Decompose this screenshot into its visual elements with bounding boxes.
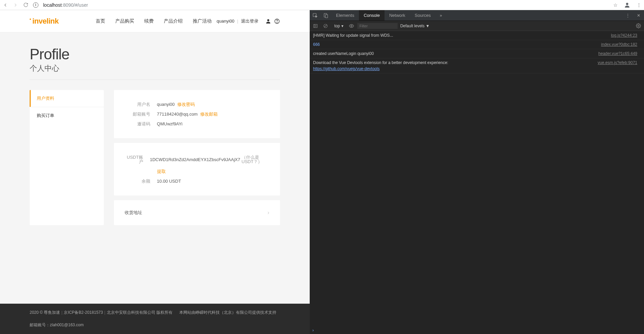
what-is-usdt-link[interactable]: （什么是USDT？） (242, 155, 269, 164)
email-value: 771184240@qq.com (157, 112, 198, 116)
logo[interactable]: invelink (30, 17, 59, 26)
forward-button[interactable] (13, 2, 18, 8)
shipping-address-row[interactable]: 收货地址 › (114, 200, 280, 225)
devtools-menu-icon[interactable]: ⋮ (622, 13, 633, 18)
console-line: created userNameLogin quanyi00header.vue… (310, 49, 644, 58)
usdt-label: USDT账户 (125, 155, 143, 164)
nav-buy[interactable]: 产品购买 (115, 18, 134, 24)
console-link[interactable]: https://github.com/vuejs/vue-devtools (313, 66, 379, 71)
more-tabs-icon[interactable]: » (435, 10, 446, 21)
header-username[interactable]: quanyi00 (217, 19, 235, 24)
log-levels-selector[interactable]: Default levels ▼ (400, 24, 430, 28)
console-line: Download the Vue Devtools extension for … (310, 58, 644, 73)
reload-button[interactable] (23, 2, 28, 8)
withdraw-link[interactable]: 提取 (157, 169, 166, 174)
context-selector[interactable]: top ▾ (332, 23, 346, 29)
logout-link[interactable]: 退出登录 (241, 18, 258, 24)
profile-sidebar: 用户资料 购买订单 (30, 90, 104, 225)
tab-elements[interactable]: Elements (331, 10, 359, 21)
page-title-en: Profile (30, 46, 280, 63)
inspect-element-icon[interactable] (310, 10, 320, 21)
balance-label: 余额 (125, 179, 150, 183)
balance-value: 10.00 USDT (157, 179, 181, 183)
wallet-panel: USDT账户 1DCWD1Rd3nZd2AmddEYX1ZbscFv9JAAjX… (114, 143, 280, 195)
page-viewport: invelink 首页 产品购买 续费 产品介绍 推广活动 quanyi00 |… (0, 10, 310, 334)
user-icon[interactable] (265, 18, 271, 24)
sidebar-item-orders[interactable]: 购买订单 (30, 107, 104, 124)
main-nav: 首页 产品购买 续费 产品介绍 推广活动 (96, 18, 212, 24)
sidebar-item-profile[interactable]: 用户资料 (30, 90, 104, 107)
console-line: 666index.vue?0dbc:182 (310, 40, 644, 49)
console-output: [HMR] Waiting for update signal from WDS… (310, 31, 644, 327)
site-footer: 2020 © 尊鱼加速|京ICP备B2-20181573|北京中安联合科技有限公… (0, 304, 310, 334)
invite-label: 邀请码 (125, 122, 150, 126)
nav-renew[interactable]: 续费 (144, 18, 154, 24)
console-line: [HMR] Waiting for update signal from WDS… (310, 31, 644, 40)
usdt-value: 1DCWD1Rd3nZd2AmddEYX1ZbscFv9JAAjX7 (150, 157, 240, 162)
profile-panel: 用户名 quanyi00 修改密码 邮箱账号 771184240@qq.com … (114, 90, 280, 138)
site-info-icon[interactable]: i (33, 2, 38, 8)
svg-line-10 (325, 25, 327, 27)
console-toolbar: top ▾ Default levels ▼ (310, 21, 644, 31)
devtools-panel: Elements Console Network Sources » ⋮ ✕ t… (310, 10, 644, 334)
page-title-zh: 个人中心 (30, 63, 280, 73)
console-source-link[interactable]: index.vue?0dbc:182 (601, 41, 637, 48)
site-header: invelink 首页 产品购买 续费 产品介绍 推广活动 quanyi00 |… (0, 10, 310, 32)
console-sidebar-toggle-icon[interactable] (312, 22, 319, 30)
nav-promo[interactable]: 推广活动 (193, 18, 212, 24)
account-icon[interactable] (624, 2, 631, 8)
username-label: 用户名 (125, 102, 150, 107)
bookmark-icon[interactable]: ☆ (613, 2, 618, 8)
browser-menu-icon[interactable]: ⋮ (637, 2, 641, 8)
back-button[interactable] (3, 2, 8, 8)
shipping-label: 收货地址 (125, 210, 142, 216)
devtools-tabbar: Elements Console Network Sources » ⋮ ✕ (310, 10, 644, 21)
console-source-link[interactable]: log.js?4244:23 (611, 32, 637, 38)
title-divider (30, 80, 280, 80)
svg-point-3 (277, 22, 277, 23)
url-text[interactable]: localhost:8090/#/user (43, 2, 609, 8)
invite-value: QMUwzf9AYi (157, 122, 183, 126)
console-filter-input[interactable] (357, 23, 398, 29)
change-email-link[interactable]: 修改邮箱 (200, 112, 218, 116)
svg-rect-7 (314, 24, 317, 27)
chevron-right-icon: › (268, 210, 269, 216)
help-icon[interactable] (274, 18, 280, 24)
tab-console[interactable]: Console (359, 10, 385, 21)
console-source-link[interactable]: header.vue?1c65:449 (599, 51, 637, 57)
change-password-link[interactable]: 修改密码 (177, 102, 195, 107)
devtools-close-icon[interactable]: ✕ (633, 13, 644, 18)
nav-intro[interactable]: 产品介绍 (164, 18, 183, 24)
tab-network[interactable]: Network (385, 10, 410, 21)
console-settings-icon[interactable] (635, 22, 642, 30)
username-value: quanyi00 (157, 102, 175, 107)
svg-point-11 (351, 25, 352, 27)
console-source-link[interactable]: vue.esm.js?efeb:9071 (598, 60, 637, 72)
device-toggle-icon[interactable] (320, 10, 331, 21)
nav-home[interactable]: 首页 (96, 18, 105, 24)
svg-point-0 (626, 3, 628, 5)
console-prompt[interactable]: › (310, 327, 644, 334)
svg-point-12 (638, 25, 639, 27)
svg-point-1 (267, 19, 269, 21)
page-title-block: Profile 个人中心 (0, 32, 310, 73)
live-expression-icon[interactable] (348, 22, 355, 30)
email-label: 邮箱账号 (125, 112, 150, 116)
tab-sources[interactable]: Sources (410, 10, 436, 21)
clear-console-icon[interactable] (322, 22, 329, 30)
browser-address-bar: i localhost:8090/#/user ☆ ⋮ (0, 0, 644, 10)
svg-rect-6 (326, 14, 328, 18)
